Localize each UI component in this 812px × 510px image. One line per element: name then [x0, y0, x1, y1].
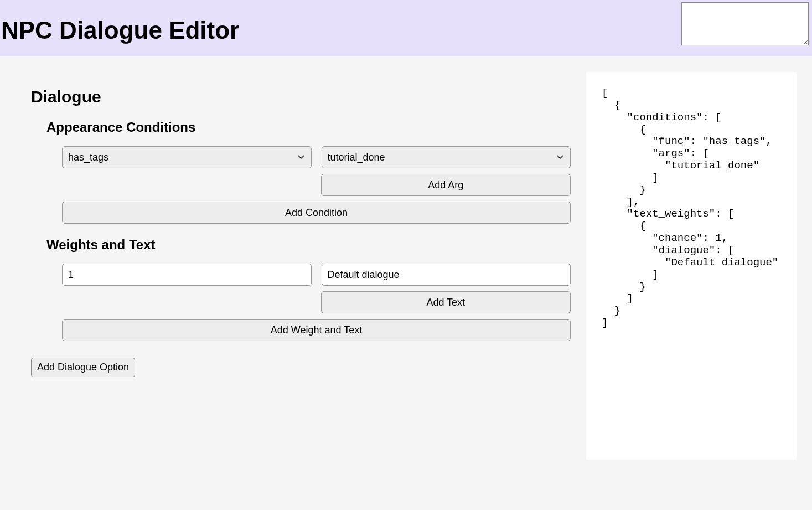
weight-dialogue-input[interactable] [322, 264, 571, 286]
condition-row: has_tags tutorial_done [62, 146, 571, 168]
add-text-button[interactable]: Add Text [321, 291, 571, 313]
add-dialogue-option-button[interactable]: Add Dialogue Option [31, 358, 135, 377]
conditions-title: Appearance Conditions [46, 120, 571, 135]
main-content: Dialogue Appearance Conditions has_tags … [0, 56, 812, 475]
condition-arg-select[interactable]: tutorial_done [322, 146, 571, 168]
weight-chance-input[interactable] [62, 264, 312, 286]
app-title: NPC Dialogue Editor [0, 0, 239, 44]
json-preview-panel: [ { "conditions": [ { "func": "has_tags"… [586, 72, 797, 460]
weights-title: Weights and Text [46, 237, 571, 253]
condition-func-select[interactable]: has_tags [62, 146, 312, 168]
weight-row [62, 264, 571, 286]
editor-panel: Dialogue Appearance Conditions has_tags … [15, 72, 571, 377]
app-header: NPC Dialogue Editor [0, 0, 812, 56]
add-condition-button[interactable]: Add Condition [62, 202, 571, 224]
dialogue-section-title: Dialogue [31, 87, 571, 106]
header-textarea[interactable] [681, 2, 809, 45]
json-preview-text: [ { "conditions": [ { "func": "has_tags"… [602, 87, 781, 329]
add-arg-button[interactable]: Add Arg [321, 174, 571, 196]
add-weight-button[interactable]: Add Weight and Text [62, 319, 571, 341]
